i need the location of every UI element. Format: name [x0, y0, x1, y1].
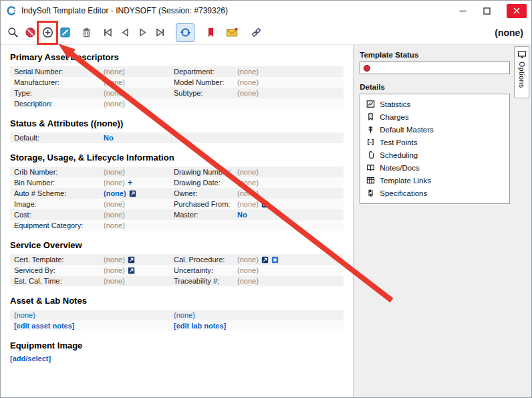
template-links-icon	[366, 176, 375, 185]
field-value: (none)	[104, 200, 174, 208]
template-status-label: Template Status	[360, 51, 510, 59]
minimize-button[interactable]	[450, 2, 475, 19]
details-item-default-masters[interactable]: Default Masters	[360, 123, 509, 136]
current-record-indicator: (none)	[495, 27, 526, 38]
search-button[interactable]	[5, 24, 21, 41]
details-item-charges[interactable]: Charges	[360, 110, 509, 123]
nav-next-button[interactable]	[134, 24, 150, 41]
section-title: Asset & Lab Notes	[10, 296, 344, 306]
nav-first-icon	[102, 26, 114, 39]
field-row: Description: (none)	[10, 98, 344, 109]
field-label: Default:	[10, 134, 104, 142]
add-bin-icon[interactable]: +	[128, 179, 133, 186]
options-icon	[517, 50, 527, 59]
field-value: (none)	[104, 221, 174, 229]
field-row: Serviced By: (none) Uncertainty: (none)	[10, 265, 344, 276]
window-controls	[450, 2, 531, 19]
nav-last-button[interactable]	[152, 24, 168, 41]
details-item-template-links[interactable]: Template Links	[360, 174, 509, 187]
field-label: Uncertainty:	[174, 266, 237, 274]
field-label: Bin Number:	[10, 179, 104, 187]
field-value: (none)	[104, 256, 125, 264]
field-label: Auto # Scheme:	[10, 189, 104, 197]
nav-prev-button[interactable]	[117, 24, 133, 41]
field-label: Cert. Template:	[10, 256, 104, 264]
edit-lab-notes-link[interactable]: [edit lab notes]	[174, 322, 344, 330]
field-row: Type: (none) Subtype: (none)	[10, 88, 344, 98]
details-item-notes-docs[interactable]: Notes/Docs	[360, 161, 509, 174]
field-value: (none)	[104, 277, 174, 285]
side-panel: Template Status Details Statistics	[353, 45, 531, 398]
link-button[interactable]	[248, 24, 264, 41]
edit-record-button[interactable]	[57, 24, 73, 41]
field-value[interactable]: No	[104, 134, 174, 142]
field-label: Serviced By:	[10, 266, 104, 274]
field-value-link[interactable]: (none)	[104, 189, 126, 197]
field-row: Est. Cal. Time: (none) Traceability #: (…	[10, 276, 344, 286]
bookmark-button[interactable]	[203, 24, 219, 41]
add-record-icon	[41, 26, 54, 39]
delete-record-button[interactable]	[78, 24, 94, 41]
field-value: (none)	[237, 256, 259, 264]
nav-first-button[interactable]	[100, 24, 116, 41]
statistics-icon	[366, 100, 375, 108]
field-label: Cost:	[10, 211, 104, 219]
section-title: Storage, Usage, & Lifecycle Information	[10, 153, 344, 163]
field-value: (none)	[237, 277, 344, 285]
app-logo-icon	[6, 5, 17, 16]
field-row: Bin Number: (none) + Drawing Date: (none…	[10, 177, 344, 188]
details-item-test-points[interactable]: Test Points	[360, 136, 509, 148]
details-item-label: Scheduling	[380, 151, 418, 159]
refresh-icon	[179, 26, 192, 39]
lookup-icon[interactable]	[261, 256, 269, 264]
field-label: Est. Cal. Time:	[10, 277, 104, 285]
field-value: (none)	[104, 89, 174, 97]
asset-notes-value: (none)	[10, 311, 174, 319]
details-item-scheduling[interactable]: Scheduling	[360, 148, 509, 161]
lab-notes-value: (none)	[174, 311, 344, 319]
field-row: Manufacturer: (none) Model Number: (none…	[10, 77, 344, 88]
field-label: Drawing Number:	[174, 168, 237, 176]
details-item-specifications[interactable]: Specifications	[360, 187, 509, 199]
notes-values-row: (none) (none)	[10, 310, 344, 320]
details-item-label: Statistics	[380, 100, 410, 108]
clear-record-button[interactable]	[22, 24, 38, 41]
specifications-icon	[366, 189, 375, 197]
field-value: (none)	[104, 78, 174, 86]
details-label: Details	[360, 83, 510, 91]
section-title: Equipment Image	[10, 340, 344, 351]
details-item-label: Default Masters	[380, 126, 434, 134]
options-tab[interactable]: Options	[514, 46, 529, 98]
details-item-label: Template Links	[380, 177, 431, 185]
details-item-statistics[interactable]: Statistics	[360, 98, 509, 110]
details-item-label: Specifications	[380, 189, 427, 197]
template-status-icon	[363, 64, 371, 72]
field-row: Auto # Scheme: (none) Owner: (none)	[10, 188, 344, 199]
section-equipment-image: Equipment Image [add/select]	[10, 340, 344, 363]
field-label: Owner:	[174, 189, 237, 197]
bookmark-icon	[205, 26, 217, 39]
delete-record-icon	[80, 26, 93, 39]
field-label: Department:	[174, 68, 237, 76]
view-icon[interactable]	[271, 256, 279, 264]
lookup-icon[interactable]	[129, 190, 136, 197]
lookup-icon[interactable]	[128, 256, 135, 264]
add-select-image-link[interactable]: [add/select]	[10, 355, 344, 363]
email-button[interactable]	[224, 24, 240, 41]
refresh-button[interactable]	[176, 23, 194, 42]
close-button[interactable]	[507, 4, 527, 18]
field-value: (none)	[237, 89, 344, 97]
field-value[interactable]: No	[237, 211, 344, 219]
options-tab-label: Options	[518, 62, 526, 88]
template-status-field[interactable]	[360, 62, 510, 74]
field-label: Drawing Date:	[174, 179, 237, 187]
edit-asset-notes-link[interactable]: [edit asset notes]	[10, 322, 174, 330]
lookup-icon[interactable]	[261, 201, 269, 208]
maximize-button[interactable]	[475, 2, 499, 19]
field-label: Image:	[10, 200, 104, 208]
lookup-icon[interactable]	[128, 267, 135, 274]
section-status: Status & Attributes ((none)) Default: No	[10, 118, 344, 143]
clear-record-icon	[24, 26, 37, 39]
add-record-button[interactable]	[39, 24, 55, 41]
field-label: Cal. Procedure:	[174, 256, 237, 264]
